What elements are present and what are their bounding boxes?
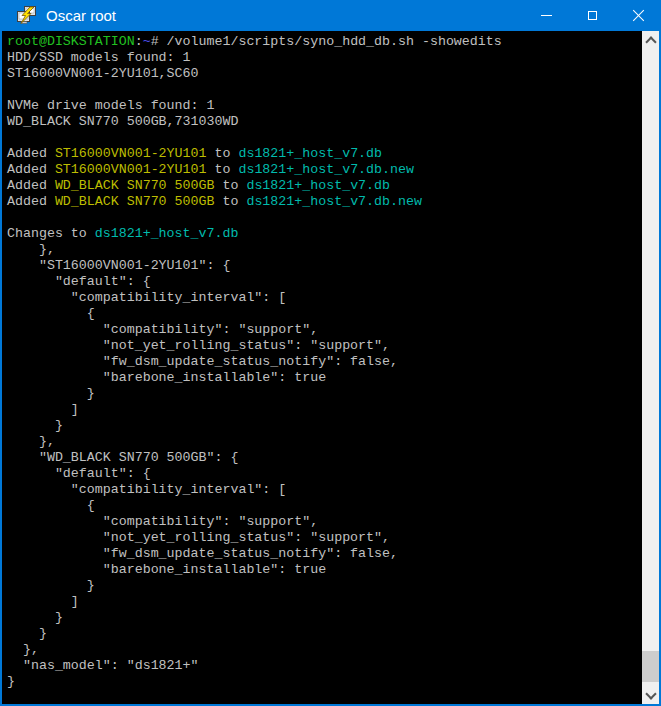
chevron-up-icon [645,36,656,47]
terminal-line [7,210,642,226]
terminal-text-segment: }, [7,434,55,449]
terminal-text-segment: ST16000VN001-2YU101,SC60 [7,66,199,81]
terminal-text-segment: ] [7,594,79,609]
terminal-text-segment: to [207,162,239,177]
terminal-line: "not_yet_rolling_status": "support", [7,338,642,354]
maximize-icon [588,11,597,20]
terminal-text-segment: "fw_dsm_update_status_notify": false, [7,546,398,561]
terminal-text-segment: { [7,498,95,513]
terminal-line: { [7,498,642,514]
terminal-text-segment: WD_BLACK SN770 500GB [55,178,215,193]
terminal-line: "barebone_installable": true [7,370,642,386]
terminal-line: } [7,386,642,402]
terminal-text-segment: root@DISKSTATION [7,34,135,49]
terminal-line: } [7,578,642,594]
terminal-text-segment: "barebone_installable": true [7,370,326,385]
terminal-text-segment: Added [7,146,55,161]
terminal-line: root@DISKSTATION:~# /volume1/scripts/syn… [7,34,642,50]
scrollbar[interactable] [642,31,659,704]
terminal-text-segment: "compatibility": "support", [7,514,318,529]
terminal-line: ] [7,594,642,610]
terminal-line: "compatibility": "support", [7,322,642,338]
terminal-line: } [7,674,642,690]
terminal-text-segment: }, [7,642,39,657]
terminal-text-segment: ds1821+_host_v7.db.new [246,194,422,209]
terminal-text-segment: HDD/SSD models found: 1 [7,50,191,65]
terminal-text-segment: "not_yet_rolling_status": "support", [7,338,390,353]
terminal-text-segment: ds1821+_host_v7.db [238,146,382,161]
terminal-line: Added WD_BLACK SN770 500GB to ds1821+_ho… [7,194,642,210]
terminal-text-segment: "nas_model": "ds1821+" [7,658,199,673]
terminal-text-segment: to [207,146,239,161]
terminal-text-segment: } [7,626,47,641]
terminal-line: "not_yet_rolling_status": "support", [7,530,642,546]
terminal-line: "default": { [7,274,642,290]
terminal-text-segment: to [214,194,246,209]
terminal-text-segment: { [7,306,95,321]
terminal-line: }, [7,242,642,258]
close-button[interactable] [615,0,661,31]
terminal-text-segment: } [7,386,95,401]
terminal-line [7,130,642,146]
titlebar[interactable]: Oscar root [0,0,661,31]
terminal-line: "ST16000VN001-2YU101": { [7,258,642,274]
terminal-line: WD_BLACK SN770 500GB,731030WD [7,114,642,130]
minimize-icon [541,15,552,16]
terminal-text-segment: "compatibility": "support", [7,322,318,337]
window-controls [523,0,661,31]
terminal-line: "fw_dsm_update_status_notify": false, [7,354,642,370]
terminal-text-segment: "not_yet_rolling_status": "support", [7,530,390,545]
terminal-text-segment: ] [7,402,79,417]
terminal-line: "barebone_installable": true [7,562,642,578]
terminal-text-segment: ds1821+_host_v7.db.new [238,162,414,177]
terminal-text-segment: } [7,418,63,433]
chevron-down-icon [645,688,656,699]
terminal-line: }, [7,642,642,658]
putty-window: Oscar root root@DISKSTATION:~# /volume1/… [0,0,661,706]
terminal-line: ] [7,402,642,418]
terminal-text-segment: } [7,578,95,593]
terminal-text-segment: # /volume1/scripts/syno_hdd_db.sh -showe… [151,34,502,49]
terminal-text-segment: ST16000VN001-2YU101 [55,146,207,161]
terminal-text-segment: : [135,34,143,49]
close-icon [632,9,645,22]
terminal-text-segment: "compatibility_interval": [ [7,482,286,497]
terminal-text-segment: ~ [143,34,151,49]
terminal-line: Added WD_BLACK SN770 500GB to ds1821+_ho… [7,178,642,194]
terminal-text-segment: WD_BLACK SN770 500GB [55,194,215,209]
terminal-screen[interactable]: root@DISKSTATION:~# /volume1/scripts/syn… [2,31,642,704]
terminal-text-segment: "WD_BLACK SN770 500GB": { [7,450,238,465]
terminal-text-segment: Added [7,194,55,209]
terminal-line: "compatibility_interval": [ [7,482,642,498]
terminal-line: Added ST16000VN001-2YU101 to ds1821+_hos… [7,146,642,162]
scrollbar-thumb[interactable] [642,651,659,682]
terminal-text-segment: "fw_dsm_update_status_notify": false, [7,354,398,369]
minimize-button[interactable] [523,0,569,31]
terminal-line: } [7,626,642,642]
terminal-line: HDD/SSD models found: 1 [7,50,642,66]
terminal-text-segment: Added [7,178,55,193]
terminal-text-segment: WD_BLACK SN770 500GB,731030WD [7,114,238,129]
terminal-text-segment: to [214,178,246,193]
terminal-text-segment: "ST16000VN001-2YU101": { [7,258,230,273]
terminal-line: { [7,306,642,322]
terminal-text-segment: Changes to [7,226,95,241]
terminal-line: "WD_BLACK SN770 500GB": { [7,450,642,466]
terminal-text-segment: ds1821+_host_v7.db [95,226,239,241]
scroll-up-button[interactable] [642,31,659,48]
terminal-text-segment: } [7,674,15,689]
terminal-text-segment: NVMe drive models found: 1 [7,98,214,113]
terminal-line: "compatibility": "support", [7,514,642,530]
terminal-text-segment: "default": { [7,466,151,481]
terminal-line: Changes to ds1821+_host_v7.db [7,226,642,242]
terminal-line: "nas_model": "ds1821+" [7,658,642,674]
scroll-down-button[interactable] [642,687,659,704]
window-title: Oscar root [46,7,523,24]
terminal-line [7,82,642,98]
terminal-text-segment: } [7,610,63,625]
terminal-line: } [7,610,642,626]
terminal-line: }, [7,434,642,450]
maximize-button[interactable] [569,0,615,31]
terminal-line: "compatibility_interval": [ [7,290,642,306]
terminal-text-segment: ds1821+_host_v7.db [246,178,390,193]
